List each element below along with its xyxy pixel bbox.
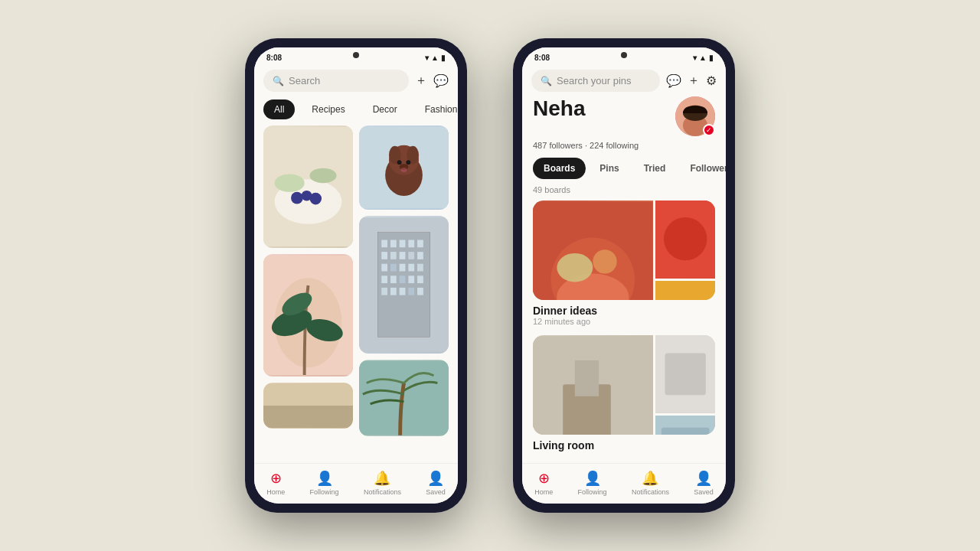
svg-rect-49 (408, 288, 414, 295)
home-icon-right: ⊕ (538, 470, 550, 487)
bottom-nav-right: ⊕ Home 👤 Following 🔔 Notifications 👤 Sav… (522, 463, 726, 504)
saved-label-right: Saved (694, 488, 714, 496)
nav-following-left[interactable]: 👤 Following (310, 470, 339, 496)
svg-point-19 (397, 160, 402, 165)
board-living-room[interactable]: Living room (533, 335, 715, 452)
nav-saved-right[interactable]: 👤 Saved (694, 470, 714, 496)
svg-point-6 (309, 168, 336, 184)
profile-avatar-wrap[interactable]: ✓ (675, 96, 715, 136)
signal-icon-right: ▲ (699, 54, 707, 62)
chip-recipes[interactable]: Recipes (301, 99, 355, 119)
nav-notifications-left[interactable]: 🔔 Notifications (364, 470, 401, 496)
board-living-info: Living room (533, 439, 715, 452)
svg-rect-63 (655, 281, 715, 300)
tab-boards[interactable]: Boards (533, 158, 586, 179)
following-label-left: Following (310, 488, 339, 496)
left-phone-screen: 8:08 ▾ ▲ ▮ 🔍 Search ＋ 💬 All Recipes Deco… (254, 47, 458, 504)
profile-search-input-wrap[interactable]: 🔍 Search your pins (531, 70, 660, 92)
notifications-label-right: Notifications (632, 488, 669, 496)
status-bar-left: 8:08 ▾ ▲ ▮ (254, 47, 458, 65)
pins-grid (254, 126, 458, 463)
board-dinner-ideas[interactable]: Dinner ideas 12 minutes ago (533, 201, 715, 326)
pin-dog[interactable] (359, 126, 449, 210)
message-icon-left[interactable]: 💬 (433, 73, 449, 88)
tab-followers[interactable]: Followers (679, 158, 726, 179)
svg-rect-34 (408, 252, 414, 259)
svg-rect-39 (408, 264, 414, 272)
bottom-nav-left: ⊕ Home 👤 Following 🔔 Notifications 👤 Sav… (254, 463, 458, 504)
chip-decor[interactable]: Decor (362, 99, 408, 119)
tab-pins[interactable]: Pins (589, 158, 629, 179)
svg-rect-73 (661, 428, 709, 435)
board-living-sub1 (655, 335, 715, 413)
dinner-time-text: 12 minutes ago (533, 317, 715, 326)
profile-header: Neha ✓ 487 followers (522, 96, 726, 185)
svg-rect-24 (377, 233, 430, 337)
svg-rect-50 (417, 288, 423, 295)
search-input-wrap-left[interactable]: 🔍 Search (263, 70, 409, 92)
tab-tried[interactable]: Tried (633, 158, 677, 179)
svg-rect-35 (417, 252, 423, 259)
search-bar-right: 🔍 Search your pins 💬 ＋ ⚙ (522, 65, 726, 96)
home-icon-left: ⊕ (270, 470, 282, 487)
svg-rect-44 (408, 276, 414, 283)
nav-home-left[interactable]: ⊕ Home (266, 470, 285, 496)
svg-rect-46 (381, 288, 387, 295)
search-icon-right: 🔍 (541, 76, 552, 86)
battery-icon: ▮ (441, 54, 446, 62)
verified-badge: ✓ (703, 124, 715, 136)
boards-count: 49 boards (533, 185, 715, 194)
svg-point-59 (557, 253, 593, 282)
svg-rect-51 (359, 360, 449, 435)
nav-notifications-right[interactable]: 🔔 Notifications (632, 470, 669, 496)
pins-col-left (263, 126, 353, 463)
chip-fashion[interactable]: Fashion inspi... (414, 99, 458, 119)
status-icons-right: ▾ ▲ ▮ (693, 54, 714, 62)
add-icon-left[interactable]: ＋ (415, 73, 427, 89)
svg-rect-13 (263, 406, 353, 428)
filter-chips: All Recipes Decor Fashion inspi... (254, 96, 458, 126)
board-dinner-title: Dinner ideas 12 minutes ago (533, 305, 715, 326)
svg-point-22 (401, 168, 407, 172)
status-bar-right: 8:08 ▾ ▲ ▮ (522, 47, 726, 65)
chip-all[interactable]: All (263, 99, 295, 119)
profile-stats: 487 followers · 224 following (533, 141, 715, 150)
search-bar-left: 🔍 Search ＋ 💬 (254, 65, 458, 96)
svg-rect-37 (390, 264, 397, 272)
svg-rect-48 (400, 288, 406, 295)
profile-tabs: Boards Pins Tried Followers (533, 158, 715, 179)
profile-top: Neha ✓ (533, 96, 715, 136)
board-living-images (533, 335, 715, 435)
time-right: 8:08 (534, 54, 550, 62)
message-icon-right[interactable]: 💬 (666, 73, 681, 88)
home-label-left: Home (266, 488, 285, 496)
battery-icon-right: ▮ (709, 54, 714, 62)
add-icon-right[interactable]: ＋ (688, 73, 700, 89)
board-sub-image2 (655, 281, 715, 300)
svg-point-60 (593, 249, 616, 273)
board-sub-image1 (655, 201, 715, 279)
settings-icon-right[interactable]: ⚙ (706, 73, 717, 88)
boards-section: 49 boards (522, 185, 726, 463)
nav-home-right[interactable]: ⊕ Home (534, 470, 553, 496)
pin-building[interactable] (359, 216, 449, 354)
right-phone-screen: 8:08 ▾ ▲ ▮ 🔍 Search your pins 💬 ＋ ⚙ Neha (522, 47, 726, 504)
saved-icon-left: 👤 (427, 470, 444, 487)
svg-rect-26 (381, 240, 387, 248)
svg-rect-27 (390, 240, 397, 248)
nav-saved-left[interactable]: 👤 Saved (426, 470, 446, 496)
svg-rect-42 (390, 276, 397, 283)
pin-food[interactable] (263, 126, 353, 248)
svg-rect-31 (381, 252, 387, 259)
pin-sand[interactable] (263, 383, 353, 429)
svg-rect-36 (381, 264, 387, 272)
nav-following-right[interactable]: 👤 Following (578, 470, 607, 496)
pin-plant[interactable] (263, 254, 353, 377)
svg-rect-30 (417, 240, 423, 248)
board-dinner-images (533, 201, 715, 300)
pin-palm[interactable] (359, 360, 449, 436)
notifications-icon-left: 🔔 (374, 470, 390, 487)
svg-rect-43 (400, 276, 406, 283)
pins-col-right (359, 126, 449, 463)
svg-point-62 (664, 217, 707, 260)
